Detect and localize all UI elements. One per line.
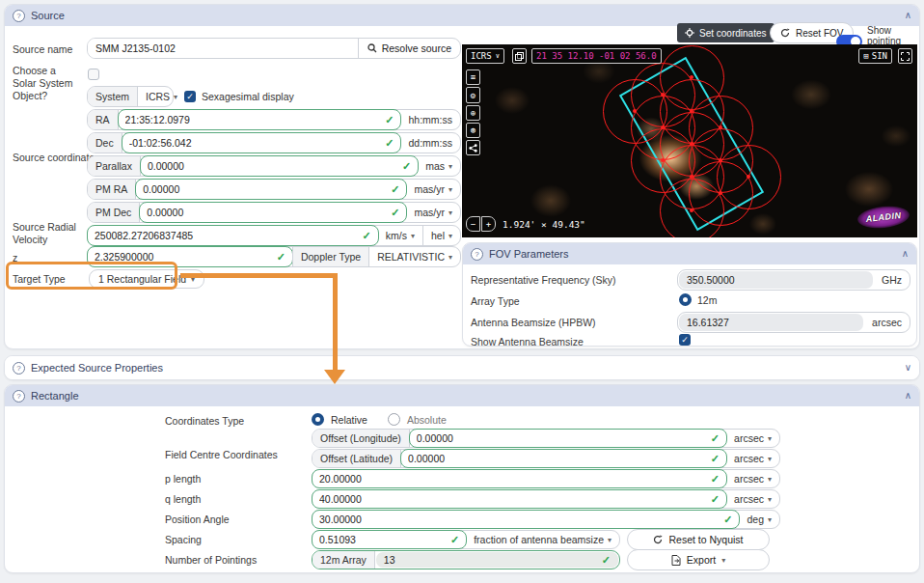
beamsize-unit: arcsec <box>864 313 910 332</box>
expected-source-properties-header[interactable]: ? Expected Source Properties <box>5 356 919 379</box>
solar-object-label: Choose a Solar System Object? <box>13 65 82 102</box>
system-select[interactable]: ICRS <box>138 87 185 106</box>
zoom-in-button[interactable]: + <box>481 216 496 232</box>
spacing-input[interactable] <box>319 534 447 545</box>
export-button[interactable]: Export ▾ <box>627 549 770 570</box>
offset-longitude-input-wrap <box>409 429 727 448</box>
projection-globe-icon[interactable]: ⊛ <box>466 123 480 138</box>
rectangle-title: Rectangle <box>31 390 79 402</box>
offset-latitude-input[interactable] <box>408 453 707 464</box>
velocity-frame-select[interactable]: hel <box>422 226 460 245</box>
center-target-icon[interactable]: ⊕ <box>466 105 480 121</box>
projection-select[interactable]: ⊞ SIN <box>858 48 892 64</box>
valid-check-icon <box>385 137 394 150</box>
relative-radio[interactable] <box>312 413 324 426</box>
settings-gear-icon[interactable]: ⚙ <box>466 87 480 103</box>
spacing-unit-select[interactable]: fraction of antenna beamsize <box>466 531 619 548</box>
layers-stack-icon[interactable]: ≡ <box>466 69 480 85</box>
p-length-input[interactable] <box>319 473 707 485</box>
show-beamsize-label: Show Antenna Beamsize <box>471 336 584 348</box>
beamsize-group: arcsec <box>677 312 910 333</box>
valid-check-icon <box>711 432 720 445</box>
valid-check-icon <box>450 534 459 546</box>
source-name-input[interactable] <box>95 42 350 54</box>
ra-input[interactable] <box>125 114 382 125</box>
expected-source-properties-title: Expected Source Properties <box>31 362 163 374</box>
frame-select[interactable]: ICRS <box>466 48 504 64</box>
show-beamsize-checkbox[interactable] <box>679 334 691 346</box>
p-length-input-wrap <box>312 469 727 488</box>
reset-to-nyquist-button[interactable]: Reset to Nyquist <box>627 529 770 550</box>
offset-latitude-unit-select[interactable]: arcsec <box>726 450 779 467</box>
fullscreen-icon[interactable] <box>898 48 912 64</box>
rep-freq-input[interactable] <box>687 274 865 286</box>
refresh-icon <box>653 535 663 544</box>
pmdec-input[interactable] <box>147 207 387 218</box>
fov-size-display: 1.924' × 49.43" <box>503 219 585 230</box>
valid-check-icon <box>711 493 720 506</box>
array-type-label: Array Type <box>471 295 520 308</box>
dec-input-wrap <box>122 132 402 153</box>
solar-object-checkbox[interactable] <box>88 69 99 80</box>
collapse-chevron-icon[interactable] <box>905 363 911 373</box>
offset-longitude-input[interactable] <box>417 432 707 444</box>
pmra-input[interactable] <box>143 183 387 195</box>
valid-check-icon <box>711 453 720 465</box>
valid-check-icon <box>602 554 611 567</box>
velocity-unit-select[interactable]: km/s <box>378 226 422 245</box>
resolve-source-button[interactable]: Resolve source <box>358 39 460 58</box>
parallax-unit-select[interactable]: mas <box>418 156 460 176</box>
valid-check-icon <box>277 251 285 264</box>
system-chip: System <box>88 87 138 106</box>
help-icon[interactable]: ? <box>13 362 25 375</box>
rectangle-header[interactable]: ? Rectangle <box>5 385 919 406</box>
dec-input[interactable] <box>129 137 382 149</box>
absolute-radio[interactable] <box>388 413 400 426</box>
q-length-input-wrap <box>312 489 727 509</box>
share-icon[interactable] <box>466 140 480 155</box>
array-type-radio[interactable] <box>679 293 692 306</box>
pointings-input[interactable] <box>384 554 598 566</box>
offset-latitude-input-wrap <box>400 449 727 468</box>
copy-view-icon[interactable] <box>512 48 527 64</box>
position-angle-unit-select[interactable]: deg <box>739 511 779 528</box>
q-length-unit-select[interactable]: arcsec <box>726 490 779 508</box>
parallax-chip: Parallax <box>88 156 141 176</box>
q-length-input[interactable] <box>319 493 707 505</box>
position-angle-input[interactable] <box>319 514 720 525</box>
pmdec-unit-select[interactable]: mas/yr <box>406 203 460 222</box>
grid-icon: ⊞ <box>863 51 868 61</box>
doppler-type-select[interactable]: RELATIVISTIC <box>369 247 460 266</box>
pmdec-group: PM Dec mas/yr <box>87 202 461 223</box>
system-group: System ICRS <box>87 86 174 107</box>
pointings-group: 12m Array <box>312 550 620 569</box>
beamsize-input[interactable] <box>687 317 856 328</box>
pmra-unit-select[interactable]: mas/yr <box>406 180 460 199</box>
parallax-input[interactable] <box>148 160 398 172</box>
doppler-type-chip: Doppler Type <box>292 247 369 266</box>
offset-longitude-unit-select[interactable]: arcsec <box>726 430 779 447</box>
spacing-input-wrap <box>312 530 467 549</box>
help-icon[interactable]: ? <box>13 10 25 22</box>
p-length-unit-select[interactable]: arcsec <box>726 470 779 487</box>
set-coordinates-button[interactable]: Set coordinates <box>677 23 775 42</box>
collapse-chevron-icon[interactable] <box>905 391 911 401</box>
zoom-out-button[interactable]: − <box>466 216 480 232</box>
fov-parameters-header[interactable]: ? FOV Parameters <box>463 243 916 264</box>
spacing-group: fraction of antenna beamsize <box>312 530 620 549</box>
field-centre-label: Field Centre Coordinates <box>165 449 278 461</box>
collapse-chevron-icon[interactable] <box>902 249 909 259</box>
valid-check-icon <box>391 207 399 219</box>
help-icon[interactable]: ? <box>13 390 25 403</box>
position-angle-group: deg <box>312 510 780 529</box>
ra-chip: RA <box>88 110 119 129</box>
relative-label: Relative <box>331 414 367 426</box>
help-icon[interactable]: ? <box>471 248 483 261</box>
radial-velocity-input[interactable] <box>95 230 359 241</box>
coordinates-type-label: Coordinates Type <box>165 415 244 428</box>
aladin-sky-viewer[interactable]: ICRS 21 35 12.10 -01 02 56.0 ⊞ SIN ≡ ⚙ ⊕… <box>462 44 917 237</box>
pointings-input-wrap <box>376 552 618 568</box>
sexagesimal-checkbox[interactable] <box>184 91 196 102</box>
collapse-chevron-icon[interactable] <box>905 11 911 20</box>
offset-longitude-group: Offset (Longitude) arcsec <box>312 429 780 448</box>
